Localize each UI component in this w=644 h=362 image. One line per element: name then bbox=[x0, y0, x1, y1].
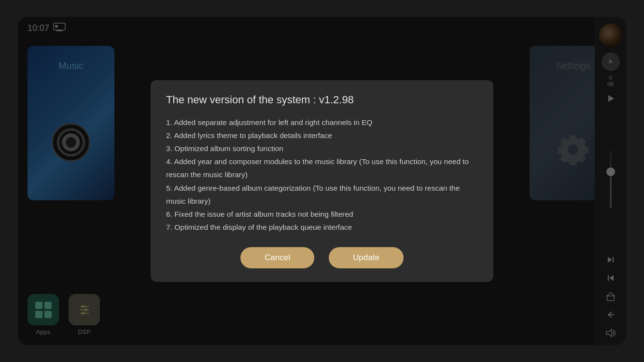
dialog-title: The new version of the system : v1.2.98 bbox=[166, 94, 478, 106]
dialog-content: 1. Added separate adjustment for left an… bbox=[166, 116, 478, 234]
dialog-text: 1. Added separate adjustment for left an… bbox=[166, 118, 469, 231]
dialog-actions: Cancel Update bbox=[166, 247, 478, 268]
dialog-overlay: The new version of the system : v1.2.98 … bbox=[18, 17, 626, 345]
update-dialog: The new version of the system : v1.2.98 … bbox=[151, 80, 493, 282]
update-button[interactable]: Update bbox=[329, 247, 404, 268]
cancel-button[interactable]: Cancel bbox=[240, 247, 314, 268]
